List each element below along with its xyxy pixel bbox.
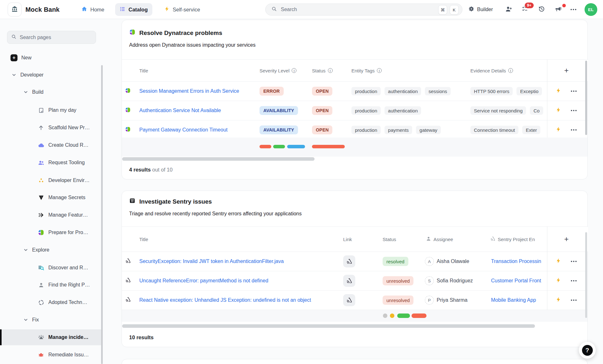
gear-icon bbox=[468, 6, 475, 13]
user-avatar[interactable]: EL bbox=[585, 3, 597, 16]
more-options-icon[interactable] bbox=[571, 261, 577, 262]
sidebar-item-manage-secrets[interactable]: Manage Secrets bbox=[0, 190, 102, 206]
evidence-chips: Service not responding Co bbox=[470, 106, 547, 115]
row-title-link[interactable]: SecurityException: Invalid JWT token in … bbox=[139, 259, 284, 264]
sidebar-item-adopted-technologies[interactable]: Adopted Techn… bbox=[0, 294, 102, 310]
sentry-link-button[interactable] bbox=[343, 255, 355, 267]
more-options-icon[interactable] bbox=[571, 91, 577, 92]
global-search[interactable]: ⌘ K bbox=[265, 3, 462, 16]
severity-badge: ERROR bbox=[260, 87, 284, 96]
sidebar-section-build[interactable]: Build bbox=[0, 84, 102, 100]
search-icon bbox=[11, 34, 17, 41]
sidebar-section-fix[interactable]: Fix bbox=[0, 312, 102, 328]
add-column-button[interactable]: + bbox=[561, 234, 572, 245]
table-horizontal-scrollbar[interactable] bbox=[122, 324, 535, 328]
more-options-icon[interactable] bbox=[571, 129, 577, 131]
sentry-link-button[interactable] bbox=[343, 294, 355, 306]
sidebar-item-discover-and-research[interactable]: Discover and R… bbox=[0, 260, 102, 276]
more-options-icon[interactable] bbox=[571, 280, 577, 281]
status-badge: OPEN bbox=[312, 87, 332, 96]
sidebar-item-manage-incidents[interactable]: Manage incide… bbox=[0, 329, 102, 345]
column-entity-tags[interactable]: Entity Tags bbox=[351, 68, 382, 73]
column-severity[interactable]: Severity Level bbox=[260, 68, 296, 73]
status-badge: unresolved bbox=[383, 296, 413, 305]
column-title[interactable]: Title bbox=[139, 237, 148, 242]
row-title-link[interactable]: React Native exception: Unhandled JS Exc… bbox=[139, 297, 311, 303]
builder-button[interactable]: Builder bbox=[468, 0, 493, 19]
more-options-icon[interactable] bbox=[571, 300, 577, 301]
sidebar-search-input[interactable] bbox=[20, 35, 83, 40]
sidebar-item-scaffold-new-project[interactable]: Scaffold New Pr… bbox=[0, 120, 102, 136]
arrow-up-icon bbox=[38, 124, 45, 131]
project-link[interactable]: Mobile Banking App bbox=[491, 297, 547, 303]
column-status[interactable]: Status bbox=[383, 237, 396, 242]
nav-self-service[interactable]: Self-service bbox=[164, 0, 200, 19]
run-action-icon[interactable] bbox=[556, 107, 561, 114]
project-link[interactable]: Customer Portal Front bbox=[491, 278, 547, 284]
column-assignee[interactable]: Assignee bbox=[426, 236, 453, 242]
sidebar-item-request-tooling[interactable]: Request Tooling bbox=[0, 155, 102, 171]
row-title-link[interactable]: Payment Gateway Connection Timeout bbox=[139, 127, 227, 133]
column-evidence-details[interactable]: Evidence Details bbox=[470, 68, 513, 73]
sidebar-section-developer[interactable]: Developer bbox=[0, 67, 102, 83]
table-row[interactable]: React Native exception: Unhandled JS Exc… bbox=[122, 291, 588, 310]
row-title-link[interactable]: Uncaught ReferenceError: paymentMethod i… bbox=[139, 278, 268, 284]
column-status[interactable]: Status bbox=[312, 68, 333, 73]
help-button[interactable]: ? bbox=[579, 342, 596, 359]
table-vertical-scrollbar[interactable] bbox=[585, 232, 587, 318]
table-row[interactable]: Authentication Service Not Available AVA… bbox=[122, 101, 588, 120]
sidebar-item-plan-my-day[interactable]: Plan my day bbox=[0, 102, 102, 118]
row-title-link[interactable]: Session Management Errors in Auth Servic… bbox=[139, 88, 239, 94]
invite-users-button[interactable] bbox=[505, 0, 512, 19]
table-horizontal-scrollbar[interactable] bbox=[122, 157, 315, 161]
more-options-icon[interactable] bbox=[571, 110, 577, 111]
bank-icon bbox=[11, 5, 18, 14]
run-action-icon[interactable] bbox=[556, 88, 561, 95]
nav-home[interactable]: Home bbox=[81, 0, 104, 19]
sidebar-search[interactable] bbox=[7, 31, 96, 44]
more-menu-button[interactable] bbox=[571, 0, 576, 19]
announcements-button[interactable] bbox=[555, 0, 562, 19]
card-title: Resolve Dynatrace problems bbox=[129, 29, 222, 37]
sidebar-item-prepare-for-production[interactable]: Prepare for Pro… bbox=[0, 225, 102, 240]
siren-icon bbox=[38, 334, 45, 341]
k-keycap: K bbox=[450, 5, 459, 15]
org-logo-button[interactable] bbox=[8, 3, 22, 17]
info-icon[interactable] bbox=[292, 68, 296, 73]
skeleton-dot bbox=[383, 313, 387, 318]
table-row[interactable]: SecurityException: Invalid JWT token in … bbox=[122, 252, 588, 271]
info-icon[interactable] bbox=[328, 68, 333, 73]
sidebar-new-button[interactable]: + New bbox=[0, 50, 102, 66]
sidebar-item-remediate-issues[interactable]: 0 Remediate Issu… bbox=[0, 347, 102, 363]
column-link[interactable]: Link bbox=[343, 237, 352, 242]
add-column-button[interactable]: + bbox=[561, 65, 572, 76]
run-action-icon[interactable] bbox=[556, 277, 561, 284]
cmd-keycap: ⌘ bbox=[438, 5, 447, 15]
run-action-icon[interactable] bbox=[556, 258, 561, 265]
run-action-icon[interactable] bbox=[556, 297, 561, 304]
column-title[interactable]: Title bbox=[139, 68, 148, 73]
table-row[interactable]: Session Management Errors in Auth Servic… bbox=[122, 82, 588, 101]
assignee-avatar: S bbox=[425, 276, 434, 285]
column-divider bbox=[547, 59, 547, 138]
skeleton-dot bbox=[390, 313, 394, 318]
column-sentry-project[interactable]: Sentry Project En bbox=[490, 236, 547, 242]
sidebar-scrollbar[interactable] bbox=[101, 65, 103, 364]
sentry-link-button[interactable] bbox=[343, 275, 355, 287]
table-row[interactable]: Uncaught ReferenceError: paymentMethod i… bbox=[122, 271, 588, 291]
info-icon[interactable] bbox=[508, 68, 513, 73]
sidebar-item-find-the-right-person[interactable]: Find the Right P… bbox=[0, 277, 102, 293]
table-row[interactable]: Payment Gateway Connection Timeout AVAIL… bbox=[122, 120, 588, 140]
sidebar-item-create-cloud-resource[interactable]: Create Cloud R… bbox=[0, 137, 102, 153]
project-link[interactable]: Transaction Processin bbox=[491, 259, 547, 264]
sidebar-section-explore[interactable]: Explore bbox=[0, 242, 102, 258]
nav-catalog[interactable]: Catalog bbox=[115, 3, 152, 16]
history-button[interactable] bbox=[538, 0, 545, 19]
sidebar-item-manage-feature-flags[interactable]: Manage Featur… bbox=[0, 207, 102, 223]
row-title-link[interactable]: Authentication Service Not Available bbox=[139, 108, 221, 113]
search-input[interactable] bbox=[281, 7, 386, 12]
table-vertical-scrollbar[interactable] bbox=[585, 61, 587, 135]
info-icon[interactable] bbox=[377, 68, 382, 73]
run-action-icon[interactable] bbox=[556, 126, 561, 133]
sidebar-item-developer-environments[interactable]: Developer Envir… bbox=[0, 172, 102, 188]
